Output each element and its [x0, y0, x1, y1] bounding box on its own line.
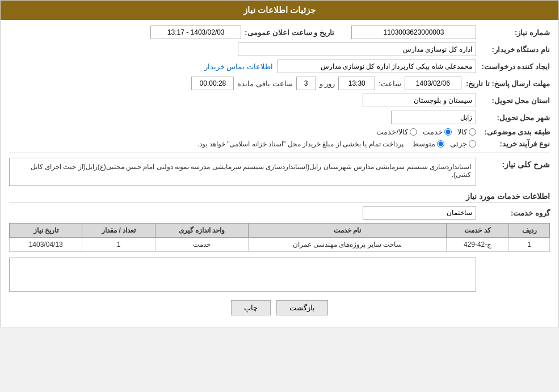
description-label: شرح کلی نیاز:: [476, 158, 550, 169]
category-radio-both[interactable]: [410, 128, 417, 136]
response-time-label: ساعت:: [375, 79, 405, 88]
col-service-name: نام خدمت: [249, 224, 447, 238]
row-process: نوع فرآیند خرید: جزئی متوسط پرداخت تمام …: [9, 140, 550, 148]
col-service-code: کد خدمت: [446, 224, 509, 238]
row-buyer-notes: [9, 258, 550, 292]
col-date: تاریخ نیاز: [10, 224, 82, 238]
service-group-input[interactable]: [363, 206, 476, 220]
col-row-number: ردیف: [509, 224, 550, 238]
buyer-notes-textarea[interactable]: [9, 258, 476, 292]
process-radio-partial[interactable]: [469, 140, 476, 147]
category-service-label: خدمت: [423, 128, 443, 136]
page-wrapper: جزئیات اطلاعات نیاز شماره نیاز: تاریخ و …: [0, 0, 559, 327]
process-note: پرداخت تمام یا بخشی از مبلغ خریداز محل "…: [197, 140, 412, 148]
buyer-contact-link[interactable]: اطلاعات تماس خریدار: [204, 62, 273, 71]
service-group-label: گروه خدمت:: [476, 209, 550, 217]
page-header: جزئیات اطلاعات نیاز: [1, 1, 558, 20]
category-option-service[interactable]: خدمت: [423, 128, 452, 136]
category-goods-label: کالا: [457, 128, 467, 136]
request-number-input[interactable]: [351, 26, 476, 39]
table-body: 1 ج-42-429 ساخت سایر پروژه‌های مهندسی عم…: [10, 238, 550, 252]
process-option-medium[interactable]: متوسط: [412, 140, 444, 148]
request-number-label: شماره نیاز:: [476, 28, 550, 37]
row-city: شهر محل تحویل:: [9, 111, 550, 124]
row-request-number: شماره نیاز: تاریخ و ساعت اعلان عمومی:: [9, 26, 550, 39]
print-button[interactable]: چاپ: [231, 300, 271, 315]
cell-row-number: 1: [509, 238, 550, 252]
response-remaining-input[interactable]: [191, 77, 234, 90]
process-option-partial[interactable]: جزئی: [450, 140, 476, 148]
cell-service-name: ساخت سایر پروژه‌های مهندسی عمران: [249, 238, 447, 252]
row-description: شرح کلی نیاز: استانداردسازی سیستم سرمایش…: [9, 158, 550, 186]
category-label: طبقه بندی موضوعی:: [476, 128, 550, 136]
creator-input[interactable]: [278, 60, 476, 73]
process-radio-group: جزئی متوسط: [412, 140, 476, 148]
response-remaining-time-label: ساعت باقی مانده: [234, 79, 296, 88]
date-label: تاریخ و ساعت اعلان عمومی:: [241, 28, 334, 37]
response-days-label: روز و: [316, 79, 339, 88]
response-days-input[interactable]: [296, 77, 316, 90]
cell-count: 1: [82, 238, 155, 252]
category-radio-service[interactable]: [444, 128, 452, 136]
back-button[interactable]: بازگشت: [276, 300, 328, 315]
cell-unit: خدمت: [155, 238, 248, 252]
category-both-label: کالا/خدمت: [376, 128, 408, 136]
description-value: استانداردسازی سیستم سرمایشی مدارس شهرستا…: [9, 158, 476, 186]
row-response-deadline: مهلت ارسال پاسخ: تا تاریخ: ساعت: روز و س…: [9, 77, 550, 90]
process-label: نوع فرآیند خرید:: [476, 140, 550, 148]
city-input[interactable]: [391, 111, 476, 124]
province-label: استان محل تحویل:: [476, 96, 550, 105]
category-radio-group: کالا خدمت کالا/خدمت: [376, 128, 476, 136]
col-unit: واحد اندازه گیری: [155, 224, 248, 238]
response-time-input[interactable]: [338, 77, 375, 90]
response-date-input[interactable]: [405, 77, 461, 90]
buyer-org-label: نام دستگاه خریدار:: [476, 45, 550, 54]
cell-service-code: ج-42-429: [446, 238, 509, 252]
row-category: طبقه بندی موضوعی: کالا خدمت کالا/خدمت: [9, 128, 550, 136]
col-count: تعداد / مقدار: [82, 224, 155, 238]
category-radio-goods[interactable]: [469, 128, 476, 136]
button-row: بازگشت چاپ: [9, 300, 550, 315]
table-header-row: ردیف کد خدمت نام خدمت واحد اندازه گیری ت…: [10, 224, 550, 238]
services-table: ردیف کد خدمت نام خدمت واحد اندازه گیری ت…: [9, 223, 550, 252]
process-radio-medium[interactable]: [437, 140, 444, 147]
category-option-goods[interactable]: کالا: [457, 128, 476, 136]
city-label: شهر محل تحویل:: [476, 113, 550, 122]
table-row: 1 ج-42-429 ساخت سایر پروژه‌های مهندسی عم…: [10, 238, 550, 252]
row-service-group: گروه خدمت:: [9, 206, 550, 220]
service-info-title: اطلاعات خدمات مورد نیاز: [9, 192, 550, 203]
process-partial-label: جزئی: [450, 140, 467, 148]
response-deadline-label: مهلت ارسال پاسخ: تا تاریخ:: [461, 79, 550, 88]
table-head: ردیف کد خدمت نام خدمت واحد اندازه گیری ت…: [10, 224, 550, 238]
process-medium-label: متوسط: [412, 140, 435, 148]
row-province: استان محل تحویل:: [9, 94, 550, 107]
date-input[interactable]: [150, 26, 241, 39]
province-input[interactable]: [363, 94, 476, 107]
page-title: جزئیات اطلاعات نیاز: [243, 5, 316, 15]
row-buyer-org: نام دستگاه خریدار:: [9, 43, 550, 56]
cell-date: 1403/04/13: [10, 238, 82, 252]
buyer-org-input[interactable]: [238, 43, 476, 56]
content-area: شماره نیاز: تاریخ و ساعت اعلان عمومی: نا…: [1, 20, 558, 327]
buyer-notes-label: [476, 258, 550, 260]
row-creator: ایجاد کننده درخواست: اطلاعات تماس خریدار: [9, 60, 550, 73]
creator-label: ایجاد کننده درخواست:: [476, 62, 550, 71]
category-option-both[interactable]: کالا/خدمت: [376, 128, 417, 136]
